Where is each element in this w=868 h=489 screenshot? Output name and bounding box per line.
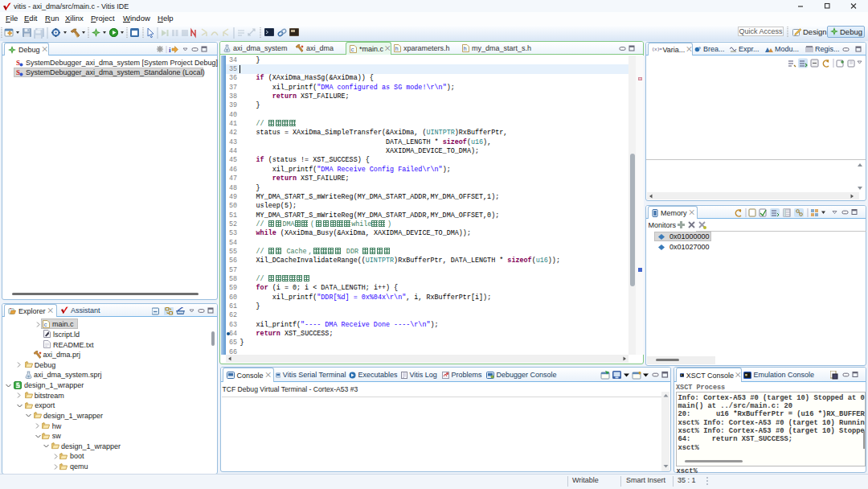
svg-text:i: i	[169, 46, 171, 53]
svg-text:S: S	[16, 59, 20, 67]
svg-text:c: c	[351, 47, 354, 53]
svg-text:h: h	[395, 46, 399, 52]
svg-text:h: h	[464, 46, 467, 52]
svg-text:c: c	[43, 322, 47, 328]
svg-text:S: S	[16, 68, 20, 76]
